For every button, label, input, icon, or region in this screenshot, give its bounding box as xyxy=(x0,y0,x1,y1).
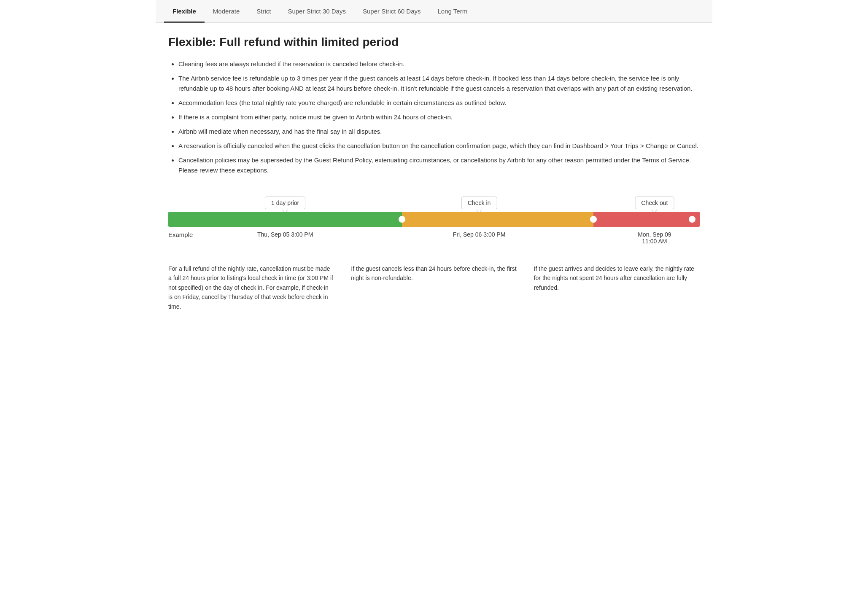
timeline-bar xyxy=(168,212,700,227)
tab-moderate[interactable]: Moderate xyxy=(205,0,248,23)
bar-green xyxy=(168,212,402,227)
timeline-dot-1 xyxy=(399,216,405,223)
bullet-item: Cancellation policies may be superseded … xyxy=(178,155,700,175)
timeline-date-2: Fri, Sep 06 3:00 PM xyxy=(453,231,506,238)
bullet-item: If there is a complaint from either part… xyxy=(178,112,700,122)
label-day-prior: 1 day prior xyxy=(265,197,305,209)
desc-item-2: If the guest cancels less than 24 hours … xyxy=(351,264,534,311)
tab-super-strict-30[interactable]: Super Strict 30 Days xyxy=(279,0,354,23)
descriptions-row: For a full refund of the nightly rate, c… xyxy=(168,264,700,311)
timeline-dot-2 xyxy=(590,216,597,223)
bullet-item: Cleaning fees are always refunded if the… xyxy=(178,59,700,69)
timeline-date-1: Thu, Sep 05 3:00 PM xyxy=(257,231,313,238)
tab-super-strict-60[interactable]: Super Strict 60 Days xyxy=(354,0,429,23)
label-checkin: Check in xyxy=(461,197,497,209)
bullet-item: Airbnb will mediate when necessary, and … xyxy=(178,127,700,137)
main-content: Flexible: Full refund within limited per… xyxy=(156,23,712,328)
bullet-item: The Airbnb service fee is refundable up … xyxy=(178,73,700,94)
timeline-example-label: Example xyxy=(168,231,193,238)
tab-long-term[interactable]: Long Term xyxy=(429,0,476,23)
label-checkout: Check out xyxy=(635,197,674,209)
bar-yellow xyxy=(402,212,593,227)
timeline-dates-row: Example Thu, Sep 05 3:00 PM Fri, Sep 06 … xyxy=(168,231,700,252)
policy-bullet-list: Cleaning fees are always refunded if the… xyxy=(168,59,700,175)
desc-item-3: If the guest arrives and decides to leav… xyxy=(534,264,700,311)
bullet-item: A reservation is officially canceled whe… xyxy=(178,141,700,151)
tab-strict[interactable]: Strict xyxy=(248,0,279,23)
desc-item-1: For a full refund of the nightly rate, c… xyxy=(168,264,351,311)
timeline-dot-3 xyxy=(689,216,695,223)
bullet-item: Accommodation fees (the total nightly ra… xyxy=(178,98,700,108)
page-title: Flexible: Full refund within limited per… xyxy=(168,35,700,49)
tabs-container: Flexible Moderate Strict Super Strict 30… xyxy=(156,0,712,23)
bar-red xyxy=(593,212,700,227)
tab-flexible[interactable]: Flexible xyxy=(164,0,205,23)
timeline-date-3: Mon, Sep 09 11:00 AM xyxy=(632,231,677,245)
timeline-labels-row: 1 day prior Check in Check out xyxy=(168,188,700,209)
timeline-section: 1 day prior Check in Check out Example T… xyxy=(168,188,700,252)
